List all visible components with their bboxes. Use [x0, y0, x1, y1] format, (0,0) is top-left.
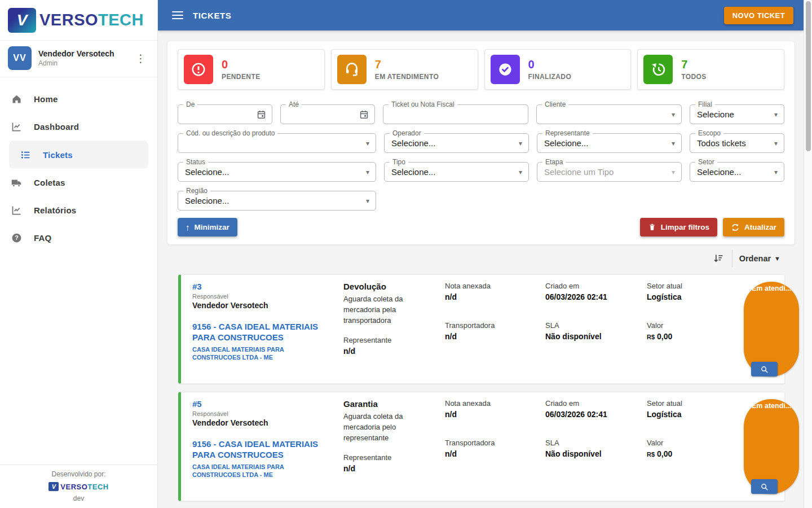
footer-brand-tech: TECH [87, 483, 108, 491]
sidebar-item-coletas[interactable]: Coletas [0, 169, 157, 196]
chevron-down-icon: ▾ [366, 197, 369, 205]
clear-filters-label: Limpar filtros [661, 223, 709, 231]
vertical-scrollbar[interactable] [804, 0, 812, 508]
produto-select[interactable]: Cód. ou descrição do produto ▾ [178, 133, 376, 153]
criado-em-value: 06/03/2026 02:41 [545, 292, 607, 301]
filter-row-4: Região Selecione... ▾ [178, 191, 784, 211]
user-card: VV Vendedor Versotech Admin ⋮ [0, 41, 157, 77]
ticket-type: Devolução [343, 282, 386, 291]
setor-select[interactable]: Setor Selecione... ▾ [690, 162, 784, 182]
refresh-icon [731, 223, 740, 232]
chevron-down-icon: ▼ [774, 255, 780, 262]
valor-value: 0,00 [657, 449, 672, 458]
refresh-button[interactable]: Atualizar [723, 218, 784, 237]
ticket-id-link[interactable]: #3 [192, 282, 202, 291]
sidebar-item-tickets[interactable]: Tickets [9, 141, 148, 169]
footer-brand-verso: VERSO [60, 483, 87, 491]
sidebar-menu: Home Dashboard Tickets Coletas Relatório… [0, 85, 157, 252]
stat-card-todos[interactable]: 7 TODOS [637, 49, 784, 90]
field-label: Cód. ou descrição do produto [183, 129, 277, 137]
escopo-select[interactable]: Escopo Todos tickets ▾ [690, 133, 784, 153]
sidebar-item-dashboard[interactable]: Dashboard [0, 113, 157, 141]
date-to-field[interactable]: Até [280, 104, 375, 124]
nota-anexada-value: n/d [445, 410, 491, 419]
filial-select[interactable]: Filial Selecione ▾ [690, 104, 784, 124]
customer-link[interactable]: 9156 - CASA IDEAL MATERIAIS PARA CONSTRU… [192, 322, 333, 343]
new-ticket-button[interactable]: NOVO TICKET [724, 7, 793, 24]
ticket-nota-column: Nota anexada n/d Transportadora n/d [445, 399, 545, 494]
stat-card-em-atendimento[interactable]: 7 EM ATENDIMENTO [331, 49, 478, 90]
representante-select[interactable]: Representante Selecione... ▾ [537, 133, 682, 153]
filters-panel: 0 PENDENTE 7 EM ATENDIMENTO 0 [167, 41, 795, 245]
sidebar-item-label: FAQ [34, 233, 51, 243]
clear-filters-button[interactable]: Limpar filtros [640, 218, 717, 237]
home-icon [10, 93, 23, 106]
date-from-field[interactable]: De [178, 104, 272, 124]
footer-brand-icon: V [48, 482, 59, 491]
minimize-filters-button[interactable]: ↑ Minimizar [178, 218, 237, 237]
search-icon [760, 365, 769, 374]
brand-tech: TECH [98, 11, 144, 29]
ticket-criado-column: Criado em 06/03/2026 02:41 SLA Não dispo… [545, 282, 647, 376]
sidebar-item-home[interactable]: Home [0, 85, 157, 113]
stats-row: 0 PENDENTE 7 EM ATENDIMENTO 0 [178, 49, 784, 90]
stat-count: 0 [222, 58, 261, 71]
sort-direction-button[interactable] [707, 251, 730, 266]
ticket-type: Garantia [343, 399, 378, 409]
sidebar-item-faq[interactable]: ? FAQ [0, 224, 157, 252]
valor-value: 0,00 [657, 332, 672, 341]
filter-row-1: De Até Ticket ou Nota Fiscal Cliente [178, 104, 784, 124]
chart-icon [10, 204, 23, 217]
sort-row: Ordenar ▼ [178, 247, 785, 270]
stat-card-pendente[interactable]: 0 PENDENTE [178, 49, 325, 90]
etapa-select[interactable]: Etapa Selecione um Tipo ▾ [537, 162, 682, 182]
transportadora-value: n/d [445, 449, 495, 458]
sla-label: SLA [545, 439, 602, 447]
trash-icon [648, 223, 656, 231]
operador-select[interactable]: Operador Selecione... ▾ [384, 133, 529, 153]
ticket-setor-column: Setor atual Logística Valor R$ 0,00 [647, 282, 744, 376]
ticket-card[interactable]: #5 Responsável Vendedor Versotech 9156 -… [178, 392, 785, 501]
status-select[interactable]: Status Selecione... ▾ [178, 162, 376, 182]
hamburger-menu-icon[interactable] [172, 9, 183, 21]
field-label: Cliente [542, 100, 568, 108]
calendar-icon[interactable] [256, 109, 267, 120]
sidebar-item-relatorios[interactable]: Relatórios [0, 196, 157, 224]
tipo-select[interactable]: Tipo Selecione... ▾ [384, 162, 529, 182]
field-label: Setor [695, 158, 717, 166]
cliente-select[interactable]: Cliente ▾ [536, 104, 682, 124]
topbar: TICKETS NOVO TICKET [158, 0, 804, 30]
chevron-down-icon: ▾ [774, 168, 778, 176]
field-label: De [183, 100, 197, 108]
ticket-or-invoice-field[interactable]: Ticket ou Nota Fiscal [383, 104, 528, 124]
stat-card-finalizado[interactable]: 0 FINALIZADO [484, 49, 632, 90]
sla-value: Não disponível [545, 449, 602, 458]
view-ticket-button[interactable] [751, 362, 778, 376]
calendar-icon[interactable] [359, 109, 369, 120]
sidebar: V VERSOTECH VV Vendedor Versotech Admin … [0, 0, 158, 508]
customer-subtitle: CASA IDEAL MATERIAIS PARA CONSTRUCOES LT… [192, 345, 333, 362]
regiao-select[interactable]: Região Selecione... ▾ [178, 191, 376, 211]
user-menu-kebab-icon[interactable]: ⋮ [132, 51, 149, 66]
stat-count: 7 [375, 58, 439, 71]
brand-logo[interactable]: V VERSOTECH [0, 0, 157, 41]
view-ticket-button[interactable] [751, 479, 778, 494]
responsavel-value: Vendedor Versotech [192, 301, 268, 310]
customer-link[interactable]: 9156 - CASA IDEAL MATERIAIS PARA CONSTRU… [192, 439, 333, 461]
scrollbar-thumb[interactable] [806, 1, 811, 151]
ticket-card[interactable]: #3 Responsável Vendedor Versotech 9156 -… [178, 274, 785, 384]
search-icon [760, 483, 769, 491]
representante-value: n/d [343, 464, 391, 473]
ticket-type-column: Devolução Aguarda coleta da mercadoria p… [343, 282, 445, 376]
divider [732, 250, 732, 267]
valor-label: Valor [647, 321, 672, 330]
chevron-down-icon: ▾ [672, 168, 675, 176]
ticket-id-link[interactable]: #5 [192, 399, 202, 409]
ticket-type-description: Aguarda coleta da mercadoria pela transp… [343, 294, 438, 326]
chevron-down-icon: ▾ [519, 139, 522, 147]
sort-menu-button[interactable]: Ordenar ▼ [735, 252, 785, 265]
stat-label: FINALIZADO [528, 73, 572, 81]
chevron-down-icon: ▾ [519, 168, 522, 176]
headset-icon [337, 55, 367, 84]
developed-by-label: Desenvolvido por: [0, 470, 157, 478]
